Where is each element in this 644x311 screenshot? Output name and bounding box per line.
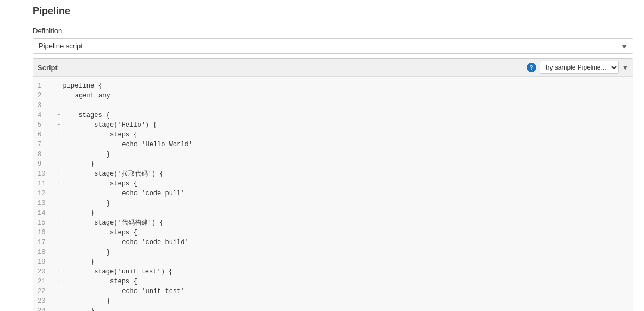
line-number: 8 xyxy=(38,150,53,159)
code-line: 7 echo 'Hello World' xyxy=(33,140,633,150)
line-code: } xyxy=(59,208,95,218)
line-code: } xyxy=(59,296,110,306)
line-code: steps { xyxy=(63,179,138,189)
line-number: 18 xyxy=(38,247,53,257)
line-number: 7 xyxy=(38,140,53,150)
definition-label: Definition xyxy=(33,27,633,35)
code-line: 11+ steps { xyxy=(33,179,633,189)
line-code: } xyxy=(59,247,110,257)
line-indicator: + xyxy=(57,130,61,139)
line-code: steps { xyxy=(63,130,138,140)
line-number: 21 xyxy=(38,277,53,287)
line-number: 19 xyxy=(38,257,53,267)
code-line: 4+ stages { xyxy=(33,110,633,120)
code-editor[interactable]: 1+pipeline {2 agent any34+ stages {5+ st… xyxy=(33,77,633,311)
line-number: 2 xyxy=(38,91,53,101)
line-number: 10 xyxy=(38,169,53,179)
line-number: 1 xyxy=(38,81,53,91)
line-code: } xyxy=(59,150,110,159)
line-code: } xyxy=(59,159,95,169)
line-code: stage('Hello') { xyxy=(63,120,157,130)
code-line: 8 } xyxy=(33,150,633,159)
line-code: steps { xyxy=(63,228,138,238)
line-code: steps { xyxy=(63,277,138,287)
code-line: 17 echo 'code build' xyxy=(33,238,633,247)
code-line: 18 } xyxy=(33,247,633,257)
line-number: 22 xyxy=(38,287,53,296)
line-number: 11 xyxy=(38,179,53,189)
line-indicator: + xyxy=(57,267,61,276)
definition-dropdown-wrapper: Pipeline script Pipeline script from SCM… xyxy=(33,38,633,54)
line-number: 12 xyxy=(38,189,53,198)
line-indicator: + xyxy=(57,277,61,286)
line-number: 17 xyxy=(38,238,53,247)
code-line: 10+ stage('拉取代码') { xyxy=(33,169,633,179)
code-line: 13 } xyxy=(33,198,633,208)
line-number: 14 xyxy=(38,208,53,218)
line-code: stage('unit test') { xyxy=(63,267,173,277)
line-code: stage('代码构建') { xyxy=(63,218,164,228)
code-line: 19 } xyxy=(33,257,633,267)
line-indicator: + xyxy=(57,110,61,120)
sample-dropdown-arrow: ▼ xyxy=(622,64,628,71)
code-line: 20+ stage('unit test') { xyxy=(33,267,633,277)
definition-dropdown[interactable]: Pipeline script Pipeline script from SCM xyxy=(33,38,633,54)
line-number: 20 xyxy=(38,267,53,277)
code-line: 1+pipeline { xyxy=(33,81,633,91)
line-indicator: + xyxy=(57,228,61,237)
code-line: 22 echo 'unit test' xyxy=(33,287,633,296)
code-line: 15+ stage('代码构建') { xyxy=(33,218,633,228)
line-code: echo 'code build' xyxy=(59,238,189,247)
code-line: 12 echo 'code pull' xyxy=(33,189,633,198)
code-line: 5+ stage('Hello') { xyxy=(33,120,633,130)
page-title: Pipeline xyxy=(33,5,633,21)
line-code: pipeline { xyxy=(63,81,102,91)
line-number: 3 xyxy=(38,101,53,110)
code-line: 23 } xyxy=(33,296,633,306)
script-section: Script ? try sample Pipeline... Hello Wo… xyxy=(33,58,633,311)
line-indicator: + xyxy=(57,81,61,90)
code-line: 21+ steps { xyxy=(33,277,633,287)
line-indicator: + xyxy=(57,179,61,188)
script-help-icon[interactable]: ? xyxy=(527,63,536,72)
line-indicator: + xyxy=(57,120,61,129)
line-code: stages { xyxy=(63,110,110,120)
line-indicator: + xyxy=(57,218,61,227)
code-line: 9 } xyxy=(33,159,633,169)
script-label: Script xyxy=(38,64,58,72)
line-number: 24 xyxy=(38,306,53,311)
code-line: 3 xyxy=(33,101,633,110)
line-code: } xyxy=(59,257,95,267)
code-line: 24 } xyxy=(33,306,633,311)
line-code: echo 'Hello World' xyxy=(59,140,193,150)
script-toolbar: ? try sample Pipeline... Hello World Git… xyxy=(527,61,628,74)
line-number: 23 xyxy=(38,296,53,306)
line-code: } xyxy=(59,198,110,208)
code-line: 14 } xyxy=(33,208,633,218)
line-number: 9 xyxy=(38,159,53,169)
line-code: stage('拉取代码') { xyxy=(63,169,164,179)
line-indicator: + xyxy=(57,169,61,178)
code-line: 6+ steps { xyxy=(33,130,633,140)
line-number: 15 xyxy=(38,218,53,228)
script-header: Script ? try sample Pipeline... Hello Wo… xyxy=(33,59,633,77)
line-number: 6 xyxy=(38,130,53,140)
line-number: 13 xyxy=(38,198,53,208)
line-code: agent any xyxy=(59,91,110,101)
sample-pipeline-dropdown[interactable]: try sample Pipeline... Hello World GitHu… xyxy=(540,61,619,74)
line-number: 4 xyxy=(38,110,53,120)
line-number: 5 xyxy=(38,120,53,130)
line-code: } xyxy=(59,306,95,311)
line-code: echo 'unit test' xyxy=(59,287,184,296)
line-code: echo 'code pull' xyxy=(59,189,184,198)
line-number: 16 xyxy=(38,228,53,238)
code-line: 2 agent any xyxy=(33,91,633,101)
code-line: 16+ steps { xyxy=(33,228,633,238)
